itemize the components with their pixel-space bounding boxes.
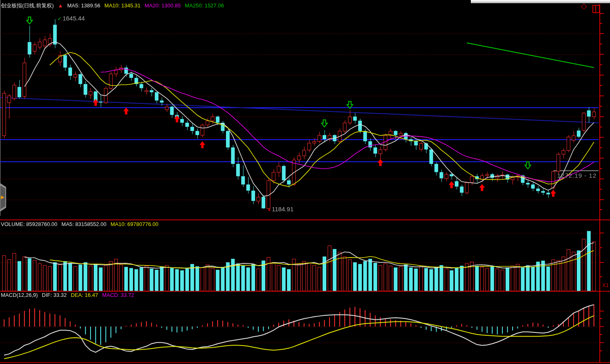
macd-pane-header: MACD(12,26,9)DIF: 33.32DEA: 16.47MACD: 3… <box>1 292 138 298</box>
trend-up-arrow-icon: ▲ <box>58 2 63 9</box>
check-icon: ✓ <box>57 16 62 22</box>
high-price-label: ✓1645.44 <box>57 15 85 22</box>
low-price-label: ◄1184.91 <box>267 206 294 213</box>
volume-value: VOLUME: 85928760.00 <box>1 221 57 227</box>
low-marker-icon: ◄ <box>267 208 271 212</box>
ma10-value: MA10: 1345.31 <box>104 2 140 9</box>
window-titlebar-strip <box>471 0 610 3</box>
macd-formula: MACD(12,26,9) <box>1 292 38 298</box>
crosshair-price-label: 1272.19 - 12 <box>557 172 596 179</box>
price-pane-header: 创业板指(日线.前复权)▲MA5: 1389.56MA10: 1345.31MA… <box>1 2 228 9</box>
chart-canvas[interactable] <box>0 0 610 364</box>
stock-chart-app: ◇ 创业板指(日线.前复权)▲MA5: 1389.56MA10: 1345.31… <box>0 0 610 364</box>
split-window-divider <box>595 6 596 12</box>
volume-ma10-value: MA10: 69780776.00 <box>111 221 158 227</box>
ma20-value: MA20: 1300.85 <box>145 2 181 9</box>
volume-pane-header: VOLUME: 85928760.00MA5: 83158552.00MA10:… <box>1 221 163 228</box>
sidebar-expand-tab[interactable]: ▶ <box>0 183 6 212</box>
diamond-icon[interactable]: ◇ <box>581 3 587 9</box>
chart-title: 创业板指(日线.前复权) <box>1 2 54 9</box>
volume-ma5-value: MA5: 83158552.00 <box>61 221 106 227</box>
split-window-icon[interactable] <box>592 5 600 13</box>
dif-value: DIF: 33.32 <box>42 292 67 298</box>
dea-value: DEA: 16.47 <box>71 292 98 298</box>
pane-id-badge: X1 <box>602 282 609 289</box>
macd-value: MACD: 33.72 <box>102 292 134 298</box>
expand-arrow-icon: ▶ <box>1 194 4 200</box>
ma250-value: MA250: 1527.06 <box>185 2 224 9</box>
ma5-value: MA5: 1389.56 <box>67 2 100 9</box>
